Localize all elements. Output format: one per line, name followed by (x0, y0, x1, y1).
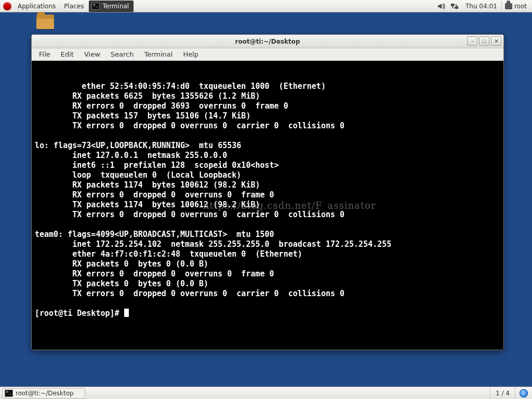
taskbar-app-label: Terminal (102, 3, 129, 10)
taskbar-window-label: root@ti:~/Desktop (16, 390, 74, 397)
workspace-indicator[interactable]: 1 / 4 (490, 387, 515, 400)
terminal-icon (5, 390, 13, 397)
cursor (124, 309, 129, 317)
menu-help[interactable]: Help (179, 49, 203, 59)
network-icon[interactable] (450, 2, 459, 10)
svg-rect-1 (455, 6, 458, 9)
clock[interactable]: Thu 04:01 (461, 3, 501, 10)
menu-search[interactable]: Search (107, 49, 138, 59)
terminal-icon (91, 3, 100, 10)
watermark: https://blog.csdn.net/F_assinator (203, 200, 376, 211)
terminal-window: root@ti:~/Desktop － □ ✕ File Edit View S… (31, 34, 504, 350)
menu-terminal[interactable]: Terminal (140, 49, 177, 59)
show-desktop-icon[interactable]: i (520, 389, 528, 397)
user-menu[interactable]: root (501, 1, 532, 12)
taskbar-window-terminal[interactable]: root@ti:~/Desktop (2, 388, 85, 398)
distro-icon (3, 2, 11, 10)
bottom-panel: root@ti:~/Desktop 1 / 4 i (0, 387, 532, 399)
user-icon (505, 3, 512, 9)
menubar: File Edit View Search Terminal Help (32, 48, 503, 61)
menu-file[interactable]: File (35, 49, 55, 59)
maximize-button[interactable]: □ (479, 36, 489, 46)
user-label: root (514, 3, 527, 10)
menu-view[interactable]: View (80, 49, 104, 59)
titlebar[interactable]: root@ti:~/Desktop － □ ✕ (32, 35, 503, 48)
volume-icon[interactable] (437, 2, 445, 10)
top-panel: Applications Places Terminal Thu 04:01 r… (0, 0, 532, 12)
minimize-button[interactable]: － (467, 36, 477, 46)
svg-rect-0 (451, 4, 454, 6)
terminal-output[interactable]: https://blog.csdn.net/F_assinator ether … (32, 61, 503, 350)
close-button[interactable]: ✕ (491, 36, 501, 46)
window-title: root@ti:~/Desktop (32, 38, 503, 45)
taskbar-app-terminal[interactable]: Terminal (89, 1, 134, 12)
places-menu[interactable]: Places (60, 0, 88, 12)
desktop-folder-icon[interactable] (36, 15, 54, 29)
applications-menu[interactable]: Applications (14, 0, 60, 12)
menu-edit[interactable]: Edit (57, 49, 78, 59)
